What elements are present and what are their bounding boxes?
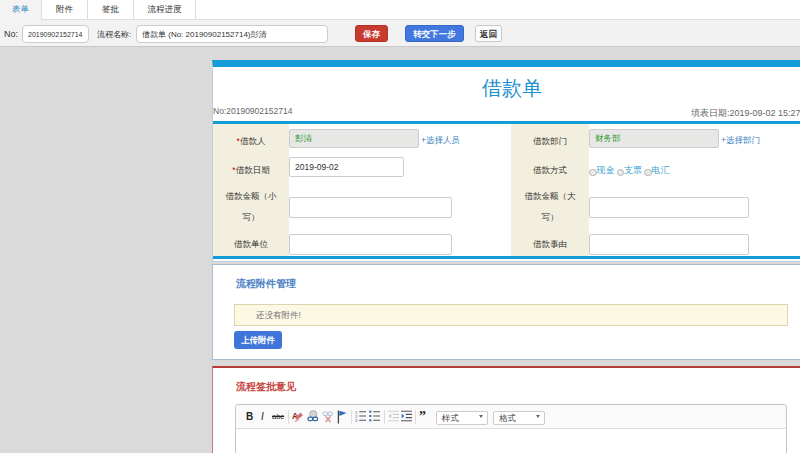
svg-text:3: 3 [355, 418, 358, 422]
